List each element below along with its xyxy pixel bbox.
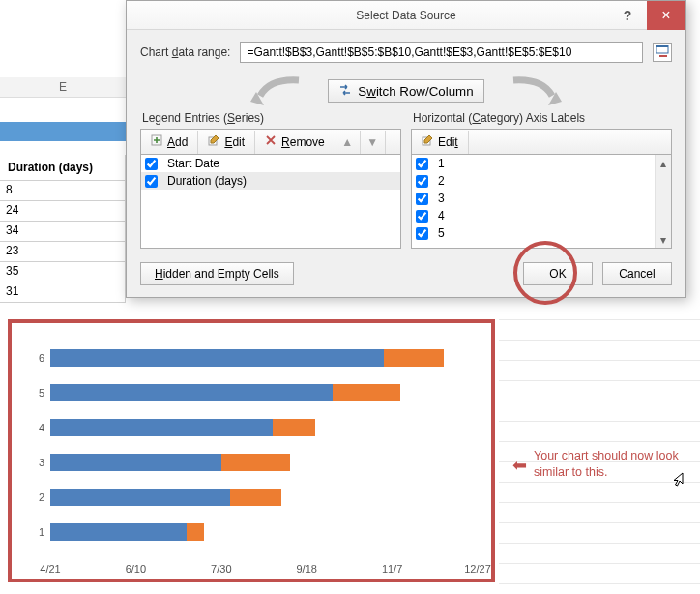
switch-row-column-button[interactable]: Switch Row/Column: [328, 79, 483, 103]
cell: 24: [0, 200, 126, 222]
series-label: Duration (days): [167, 174, 247, 188]
series-checkbox[interactable]: [145, 175, 158, 188]
x-tick-label: 4/21: [40, 563, 60, 575]
axis-checkbox[interactable]: [416, 158, 428, 170]
axis-item[interactable]: 5: [412, 224, 671, 242]
axis-label: 4: [438, 209, 445, 223]
move-up-button[interactable]: ▲: [335, 131, 361, 154]
x-tick-label: 12/27: [464, 563, 491, 575]
close-button[interactable]: ×: [647, 1, 685, 30]
x-tick-label: 9/18: [296, 563, 316, 575]
move-down-button[interactable]: ▼: [361, 131, 386, 154]
legend-entries-pane: Legend Entries (Series) Add Edit Remove: [140, 109, 401, 249]
svg-rect-2: [659, 55, 667, 57]
dialog-title: Select Data Source: [356, 9, 455, 22]
axis-labels-pane: Horizontal (Category) Axis Labels Edit 1…: [411, 109, 672, 249]
y-tick-label: 4: [25, 422, 44, 433]
series-checkbox[interactable]: [145, 158, 158, 170]
bar-segment-start-date: [50, 419, 273, 436]
switch-icon: [338, 83, 352, 100]
bar-segment-start-date: [50, 489, 230, 506]
cancel-button[interactable]: Cancel: [602, 262, 672, 285]
axis-checkbox[interactable]: [416, 210, 428, 223]
curved-arrow-left-icon: [250, 76, 308, 105]
axis-checkbox[interactable]: [416, 175, 428, 188]
btn-text: Edit: [438, 135, 458, 149]
axis-checkbox[interactable]: [416, 193, 428, 205]
cell: 35: [0, 261, 126, 282]
axis-toolbar: Edit: [411, 129, 672, 154]
y-tick-label: 2: [25, 491, 44, 503]
hidden-cells-button[interactable]: Hidden and Empty Cells: [140, 262, 294, 285]
gantt-chart-preview: 123456 4/216/107/309/1811/712/27: [8, 319, 495, 582]
svg-rect-1: [656, 45, 668, 47]
axis-label: 1: [438, 157, 445, 170]
bar-segment-duration: [221, 454, 290, 471]
btn-text: Remove: [281, 135, 325, 149]
bar-segment-duration: [230, 489, 281, 506]
axis-item[interactable]: 3: [412, 190, 671, 207]
edit-icon: [208, 134, 219, 149]
bar-row: [50, 384, 478, 401]
axis-label: 3: [438, 192, 445, 205]
axis-item[interactable]: 4: [412, 207, 671, 224]
bar-row: [50, 489, 478, 506]
series-listbox[interactable]: Start Date Duration (days): [140, 154, 401, 249]
axis-checkbox[interactable]: [416, 227, 428, 240]
axis-label: 2: [438, 174, 445, 188]
switch-label: Switch Row/Column: [358, 84, 473, 99]
btn-text: Add: [167, 135, 188, 149]
axis-labels-title: Horizontal (Category) Axis Labels: [411, 109, 672, 129]
scroll-down-icon[interactable]: ▾: [655, 231, 671, 248]
cell: 34: [0, 221, 126, 242]
legend-entries-title: Legend Entries (Series): [140, 109, 401, 129]
bar-row: [50, 419, 478, 436]
scrollbar[interactable]: ▴ ▾: [655, 155, 671, 248]
bar-segment-start-date: [50, 384, 333, 401]
dialog-titlebar[interactable]: Select Data Source ? ×: [127, 1, 685, 30]
remove-icon: [265, 134, 277, 149]
cell: 8: [0, 180, 126, 201]
x-tick-label: 7/30: [211, 563, 231, 575]
data-range-input[interactable]: [240, 42, 643, 63]
x-tick-label: 11/7: [382, 563, 402, 575]
bar-segment-start-date: [50, 523, 187, 541]
bar-row: [50, 349, 478, 367]
legend-toolbar: Add Edit Remove ▲ ▼: [140, 129, 401, 154]
series-item[interactable]: Start Date: [141, 155, 400, 172]
scroll-up-icon[interactable]: ▴: [655, 155, 671, 171]
add-series-button[interactable]: Add: [141, 131, 198, 154]
axis-item[interactable]: 2: [412, 172, 671, 190]
cursor-icon: [669, 471, 685, 490]
edit-axis-button[interactable]: Edit: [412, 131, 469, 154]
bar-segment-duration: [273, 419, 315, 436]
axis-label: 5: [438, 226, 445, 240]
duration-header: Duration (days): [0, 155, 126, 181]
bar-row: [50, 523, 478, 541]
selected-header-bar: [0, 122, 126, 141]
y-tick-label: 6: [25, 352, 44, 364]
edit-series-button[interactable]: Edit: [198, 131, 255, 154]
axis-item[interactable]: 1: [412, 155, 671, 172]
y-tick-label: 5: [25, 387, 44, 399]
bar-segment-duration: [187, 523, 204, 541]
y-tick-label: 3: [25, 457, 44, 468]
curved-arrow-right-icon: [504, 76, 562, 105]
axis-listbox[interactable]: 1 2 3 4 5 ▴ ▾: [411, 154, 672, 249]
series-item[interactable]: Duration (days): [141, 172, 400, 190]
cell: 31: [0, 282, 126, 303]
select-data-source-dialog: Select Data Source ? × Chart data range:: [126, 0, 686, 298]
series-label: Start Date: [167, 157, 219, 170]
range-picker-button[interactable]: [653, 43, 672, 62]
x-tick-label: 6/10: [126, 563, 146, 575]
remove-series-button[interactable]: Remove: [255, 131, 335, 154]
data-range-label: Chart data range:: [140, 45, 230, 59]
bar-row: [50, 454, 478, 471]
ok-button[interactable]: OK: [523, 262, 593, 285]
annotation-text: Your chart should now look similar to th…: [534, 448, 688, 481]
edit-icon: [422, 134, 433, 149]
add-icon: [151, 134, 162, 149]
btn-text: Edit: [224, 135, 245, 149]
help-button[interactable]: ?: [608, 1, 647, 30]
column-header-e: E: [0, 77, 126, 98]
